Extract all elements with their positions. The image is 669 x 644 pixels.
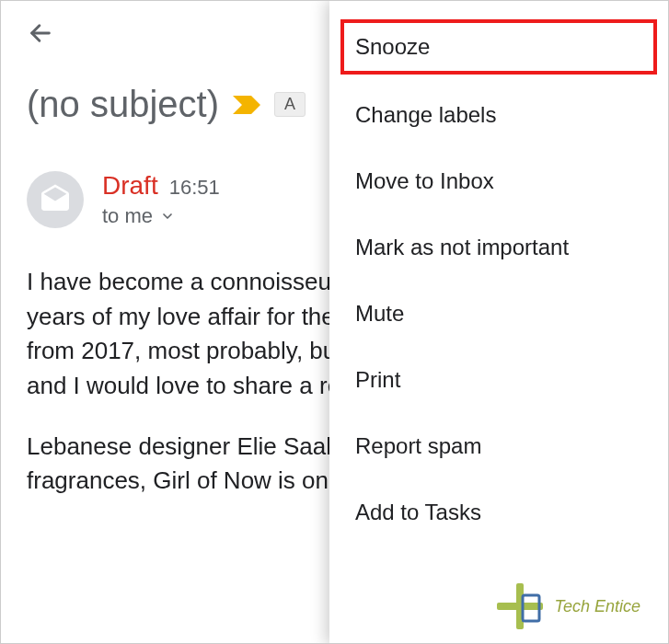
menu-item-snooze[interactable]: Snooze	[337, 16, 661, 78]
overflow-menu: Snooze Change labels Move to Inbox Mark …	[329, 1, 668, 644]
menu-item-mark-not-important[interactable]: Mark as not important	[329, 214, 668, 281]
svg-point-6	[533, 604, 536, 608]
watermark: Tech Entice	[492, 579, 640, 634]
svg-point-8	[518, 619, 522, 623]
watermark-logo-icon	[492, 579, 548, 634]
svg-point-7	[518, 590, 522, 593]
chevron-down-icon	[160, 209, 175, 224]
svg-point-5	[503, 604, 507, 608]
timestamp: 16:51	[169, 176, 220, 200]
menu-item-report-spam[interactable]: Report spam	[329, 413, 668, 479]
label-chip[interactable]: A	[274, 92, 306, 117]
svg-marker-1	[233, 96, 260, 114]
menu-item-move-to-inbox[interactable]: Move to Inbox	[329, 148, 668, 214]
sender-name[interactable]: Draft	[102, 171, 158, 201]
recipient-label: to me	[102, 204, 153, 228]
importance-marker-icon[interactable]	[233, 96, 260, 114]
menu-item-add-to-tasks[interactable]: Add to Tasks	[329, 479, 668, 546]
menu-item-print[interactable]: Print	[329, 347, 668, 413]
draft-envelope-icon	[39, 183, 72, 216]
back-button[interactable]	[27, 19, 54, 47]
menu-item-change-labels[interactable]: Change labels	[329, 82, 668, 148]
email-subject: (no subject)	[27, 84, 219, 125]
avatar[interactable]	[27, 171, 84, 228]
recipient-expand-button[interactable]: to me	[102, 204, 220, 228]
menu-item-mute[interactable]: Mute	[329, 281, 668, 347]
watermark-text: Tech Entice	[555, 597, 640, 616]
arrow-left-icon	[28, 20, 53, 46]
